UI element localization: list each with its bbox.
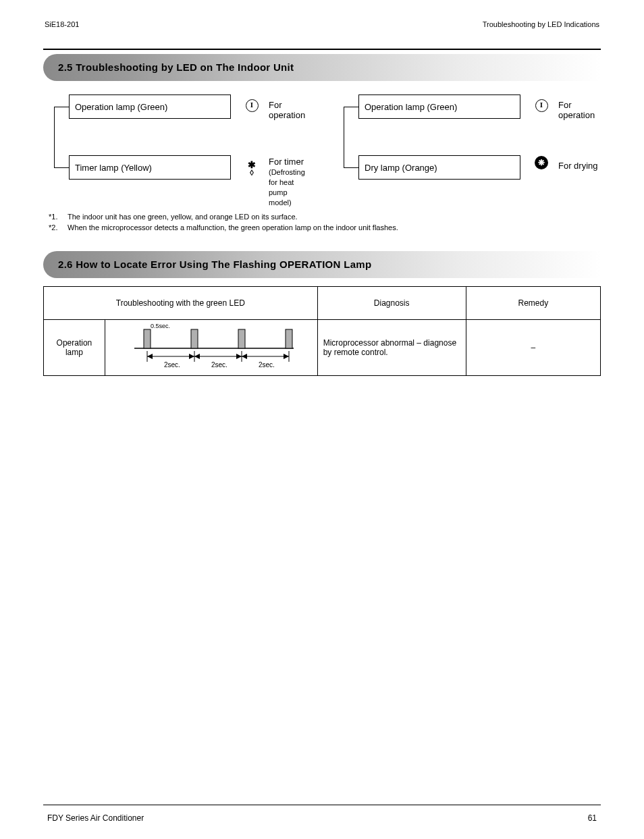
svg-rect-4 [286, 329, 292, 348]
row-label: Operation lamp [44, 319, 105, 375]
operation-label-left: For operation [269, 100, 308, 120]
diagnosis-cell: Microprocessor abnormal – diagnose by re… [317, 319, 466, 375]
svg-marker-14 [236, 354, 242, 359]
defrost-icon: ✱◊ [242, 158, 262, 176]
footer-product: FDY Series Air Conditioner [47, 813, 144, 823]
svg-rect-3 [238, 329, 245, 348]
interval-label-3: 2sec. [259, 361, 275, 369]
svg-rect-1 [144, 329, 151, 348]
doc-section-title: Troubleshooting by LED Indications [483, 20, 599, 28]
bottom-horizontal-rule [43, 805, 601, 805]
interval-label-1: 2sec. [164, 361, 180, 369]
svg-rect-2 [191, 329, 198, 348]
power-icon: I [242, 97, 262, 112]
top-horizontal-rule [43, 49, 601, 50]
section-header-error: 2.6 How to Locate Error Using The Flashi… [43, 251, 601, 281]
operation-lamp-box-left: Operation lamp (Green) [69, 94, 231, 119]
fan-icon: ❋ [531, 155, 552, 169]
remedy-cell: – [466, 319, 600, 375]
doc-code: SiE18-201 [45, 20, 79, 28]
svg-marker-13 [194, 354, 200, 359]
dry-label: For drying [558, 161, 598, 171]
flash-pattern-diagram: 2sec. 2sec. 2sec. 0.5sec. [124, 324, 299, 371]
col-remedy: Remedy [466, 286, 600, 319]
timer-label: For timer (Defrosting for heat pump mode… [269, 157, 308, 207]
section-title-error: 2.6 How to Locate Error Using The Flashi… [43, 251, 601, 278]
operation-lamp-box-right: Operation lamp (Green) [358, 94, 520, 119]
page-number: 61 [588, 813, 597, 823]
dry-lamp-box: Dry lamp (Orange) [358, 155, 520, 180]
col-diagnosis: Diagnosis [317, 286, 466, 319]
indicator-group-right: Operation lamp (Green) I For operation D… [336, 94, 598, 209]
indicator-group-left: Operation lamp (Green) I For operation T… [46, 94, 308, 209]
svg-marker-10 [147, 354, 153, 359]
pulse-width-label: 0.5sec. [151, 324, 170, 329]
col-troubleshooting: Troubleshooting with the green LED [44, 286, 318, 319]
indoor-footnotes: *1.The indoor unit has one green, yellow… [49, 212, 595, 234]
error-table: Troubleshooting with the green LED Diagn… [43, 286, 601, 376]
section-header-indoor: 2.5 Troubleshooting by LED on The Indoor… [43, 54, 601, 84]
power-icon-right: I [531, 97, 552, 112]
svg-marker-11 [189, 354, 194, 359]
svg-marker-16 [242, 354, 247, 359]
interval-label-2: 2sec. [211, 361, 227, 369]
flash-pattern-cell: 2sec. 2sec. 2sec. 0.5sec. // fill the sv… [105, 319, 317, 375]
timer-lamp-box: Timer lamp (Yellow) [69, 155, 231, 180]
svg-marker-17 [284, 354, 289, 359]
section-title-indoor: 2.5 Troubleshooting by LED on The Indoor… [43, 54, 601, 81]
operation-label-right: For operation [558, 100, 598, 120]
